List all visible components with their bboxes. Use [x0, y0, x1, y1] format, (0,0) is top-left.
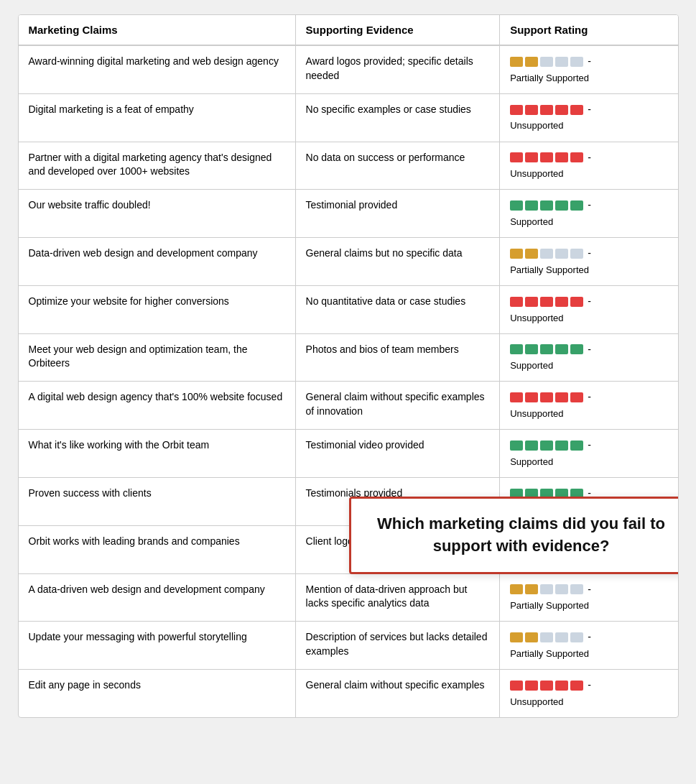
bar-segment [510, 249, 523, 259]
bar-segment [555, 584, 568, 594]
rating-bar [510, 249, 583, 259]
rating-dash: - [588, 55, 591, 69]
table-row: A digital web design agency that's 100% … [19, 382, 678, 430]
rating-cell: -Unsupported [500, 93, 678, 142]
evidence-cell: No specific examples or case studies [295, 93, 500, 142]
rating-cell: -Unsupported [500, 285, 678, 333]
bar-segment [525, 344, 538, 354]
rating-bar [510, 152, 583, 162]
rating-label: Unsupported [510, 167, 563, 180]
rating-dash: - [588, 103, 591, 117]
bar-segment [540, 344, 553, 354]
bar-segment [525, 441, 538, 451]
bar-segment [525, 392, 538, 402]
bar-segment [540, 392, 553, 402]
rating-cell: -Unsupported [500, 142, 678, 190]
evidence-cell: Award logos provided; specific details n… [295, 45, 500, 93]
bar-segment [540, 105, 553, 115]
rating-bar [510, 584, 583, 594]
bar-segment [570, 392, 583, 402]
rating-dash: - [588, 246, 591, 261]
rating-bar [510, 57, 583, 67]
table-row: Edit any page in secondsGeneral claim wi… [19, 670, 678, 717]
table-row: Our website traffic doubled!Testimonial … [19, 190, 678, 238]
evidence-cell: No data on success or performance [295, 142, 500, 190]
evidence-cell: No quantitative data or case studies [295, 285, 500, 333]
claim-cell: Proven success with clients [19, 478, 296, 526]
bar-segment [555, 57, 568, 67]
table-row: Optimize your website for higher convers… [19, 285, 678, 333]
evidence-cell: Testimonial video provided [295, 430, 500, 478]
bar-segment [570, 152, 583, 162]
rating-label: Unsupported [510, 407, 563, 420]
table-header-row: Marketing Claims Supporting Evidence Sup… [19, 15, 678, 45]
bar-segment [540, 57, 553, 67]
claim-cell: Data-driven web design and development c… [19, 238, 296, 286]
bar-segment [570, 57, 583, 67]
bar-segment [570, 681, 583, 691]
rating-dash: - [588, 343, 591, 357]
bar-segment [510, 344, 523, 354]
rating-label: Unsupported [510, 312, 563, 325]
bar-segment [555, 441, 568, 451]
bar-segment [510, 632, 523, 642]
claim-cell: Meet your web design and optimization te… [19, 333, 296, 382]
rating-cell: -Partially Supported [500, 573, 678, 622]
rating-cell: -Partially Supported [500, 238, 678, 286]
bar-segment [555, 632, 568, 642]
bar-segment [510, 441, 523, 451]
rating-bar [510, 681, 583, 691]
bar-segment [510, 152, 523, 162]
bar-segment [570, 344, 583, 354]
rating-dash: - [588, 198, 591, 213]
bar-segment [525, 297, 538, 307]
bar-segment [525, 681, 538, 691]
header-evidence: Supporting Evidence [295, 15, 500, 45]
evidence-cell: General claim without specific examples [295, 670, 500, 717]
bar-segment [510, 681, 523, 691]
rating-dash: - [588, 390, 591, 405]
bar-segment [525, 105, 538, 115]
rating-bar [510, 105, 583, 115]
table-row: A data-driven web design and development… [19, 573, 678, 622]
rating-label: Supported [510, 216, 553, 229]
table-row: Digital marketing is a feat of empathyNo… [19, 93, 678, 142]
rating-cell: -Supported [500, 190, 678, 238]
bar-segment [570, 584, 583, 594]
bar-segment [570, 249, 583, 259]
evidence-cell: Testimonial provided [295, 190, 500, 238]
bar-segment [555, 105, 568, 115]
rating-dash: - [588, 295, 591, 309]
rating-label: Partially Supported [510, 647, 589, 660]
bar-segment [570, 632, 583, 642]
rating-dash: - [588, 583, 591, 597]
bar-segment [555, 200, 568, 211]
bar-segment [555, 249, 568, 259]
evidence-cell: General claim without specific examples … [295, 382, 500, 430]
bar-segment [570, 441, 583, 451]
rating-bar [510, 441, 583, 451]
rating-dash: - [588, 438, 591, 453]
claim-cell: Digital marketing is a feat of empathy [19, 93, 296, 142]
claim-cell: Optimize your website for higher convers… [19, 285, 296, 333]
bar-segment [555, 392, 568, 402]
bar-segment [570, 105, 583, 115]
claim-cell: A data-driven web design and development… [19, 573, 296, 622]
bar-segment [510, 57, 523, 67]
rating-cell: -Unsupported [500, 382, 678, 430]
rating-label: Partially Supported [510, 264, 589, 277]
rating-cell: -Partially Supported [500, 622, 678, 670]
bar-segment [525, 632, 538, 642]
rating-dash: - [588, 151, 591, 165]
bar-segment [510, 297, 523, 307]
bar-segment [540, 297, 553, 307]
main-table-wrapper: Marketing Claims Supporting Evidence Sup… [18, 14, 679, 718]
bar-segment [555, 297, 568, 307]
bar-segment [510, 200, 523, 211]
rating-label: Supported [510, 456, 553, 469]
claim-cell: Orbit works with leading brands and comp… [19, 525, 296, 573]
rating-dash: - [588, 630, 591, 645]
claim-cell: What it's like working with the Orbit te… [19, 430, 296, 478]
table-row: Update your messaging with powerful stor… [19, 622, 678, 670]
rating-bar [510, 392, 583, 402]
